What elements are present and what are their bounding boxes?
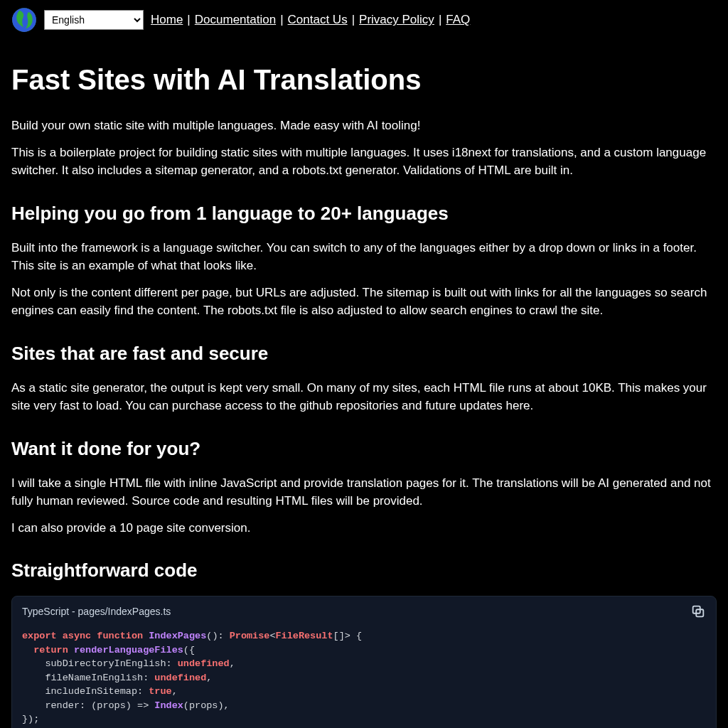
intro-paragraph: Build your own static site with multiple… xyxy=(11,117,717,135)
section-heading-done-for-you: Want it done for you? xyxy=(11,435,717,463)
nav-documentation[interactable]: Documentation xyxy=(195,11,276,29)
nav-faq[interactable]: FAQ xyxy=(446,11,470,29)
copy-icon[interactable] xyxy=(690,604,706,619)
nav-contact[interactable]: Contact Us xyxy=(288,11,348,29)
nav-privacy[interactable]: Privacy Policy xyxy=(359,11,434,29)
nav-separator: | xyxy=(352,11,355,29)
code-filename: TypeScript - pages/IndexPages.ts xyxy=(22,604,171,619)
nav-separator: | xyxy=(439,11,441,29)
code-content: export async function IndexPages(): Prom… xyxy=(12,623,716,728)
globe-icon xyxy=(11,7,37,33)
body-paragraph: As a static site generator, the output i… xyxy=(11,379,717,415)
section-heading-code: Straightforward code xyxy=(11,557,717,584)
svg-point-1 xyxy=(12,8,36,32)
body-paragraph: Built into the framework is a language s… xyxy=(11,239,717,275)
main-content: Fast Sites with AI Translations Build yo… xyxy=(0,58,728,728)
body-paragraph: I can also provide a 10 page site conver… xyxy=(11,519,717,537)
section-heading-languages: Helping you go from 1 language to 20+ la… xyxy=(11,200,717,228)
intro-paragraph: This is a boilerplate project for buildi… xyxy=(11,144,717,180)
code-block: TypeScript - pages/IndexPages.ts export … xyxy=(11,596,717,728)
page-title: Fast Sites with AI Translations xyxy=(11,58,717,101)
top-nav: Home | Documentation | Contact Us | Priv… xyxy=(151,11,470,29)
section-heading-fast-secure: Sites that are fast and secure xyxy=(11,340,717,368)
language-select[interactable]: English xyxy=(44,10,144,30)
body-paragraph: Not only is the content different per pa… xyxy=(11,284,717,320)
top-header: English Home | Documentation | Contact U… xyxy=(0,0,728,40)
body-paragraph: I will take a single HTML file with inli… xyxy=(11,474,717,510)
code-header: TypeScript - pages/IndexPages.ts xyxy=(12,596,716,623)
nav-separator: | xyxy=(187,11,190,29)
nav-home[interactable]: Home xyxy=(151,11,183,29)
nav-separator: | xyxy=(280,11,283,29)
